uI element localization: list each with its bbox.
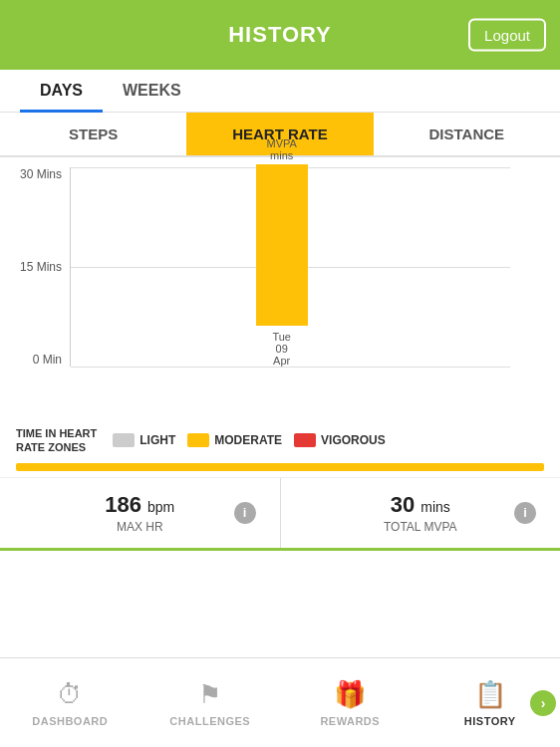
legend-vigorous: VIGOROUS xyxy=(294,433,386,447)
y-label-30: 30 Mins xyxy=(20,167,62,181)
nav-dashboard-label: DASHBOARD xyxy=(32,715,108,727)
legend-items: LIGHT MODERATE VIGOROUS xyxy=(113,433,544,447)
grid-line-bottom xyxy=(71,367,510,368)
legend-moderate: MODERATE xyxy=(187,433,282,447)
chart-inner: MVPA mins Tue 09 Apr xyxy=(70,167,510,367)
y-axis: 30 Mins 15 Mins 0 Min xyxy=(0,167,70,367)
vigorous-label: VIGOROUS xyxy=(321,433,386,447)
moderate-dot xyxy=(187,433,209,447)
stats-row: 186 bpm MAX HR i 30 mins TOTAL MVPA i xyxy=(0,478,560,551)
y-label-15: 15 Mins xyxy=(20,260,62,274)
tab-weeks[interactable]: WEEKS xyxy=(103,70,201,112)
legend-section: TIME IN HEARTRATE ZONES LIGHT MODERATE V… xyxy=(0,416,560,478)
light-label: LIGHT xyxy=(140,433,175,447)
tab-distance[interactable]: DISTANCE xyxy=(374,113,560,155)
stat-total-mvpa: 30 mins TOTAL MVPA i xyxy=(281,478,561,548)
vigorous-dot xyxy=(294,433,316,447)
max-hr-value: 186 bpm xyxy=(10,492,270,518)
total-mvpa-info-icon[interactable]: i xyxy=(514,502,536,524)
header: HISTORY Logout xyxy=(0,0,560,70)
challenges-icon: ⚑ xyxy=(198,679,221,710)
total-mvpa-value: 30 mins xyxy=(291,492,551,518)
legend-main-label: TIME IN HEARTRATE ZONES xyxy=(16,426,97,455)
period-tabs: DAYS WEEKS xyxy=(0,70,560,113)
nav-history-label: HISTORY xyxy=(464,715,516,727)
nav-challenges[interactable]: ⚑ CHALLENGES xyxy=(140,658,281,747)
history-icon: 📋 xyxy=(474,679,506,710)
max-hr-label: MAX HR xyxy=(10,520,270,534)
legend-progress-bar xyxy=(16,463,544,471)
nav-rewards[interactable]: 🎁 REWARDS xyxy=(280,658,420,747)
stat-max-hr: 186 bpm MAX HR i xyxy=(0,478,281,548)
nav-arrow-icon: › xyxy=(530,690,556,716)
logout-button[interactable]: Logout xyxy=(468,19,546,52)
light-dot xyxy=(113,433,135,447)
mvpa-label: MVPA mins xyxy=(266,137,296,161)
bar-container: MVPA mins Tue 09 Apr xyxy=(256,137,308,367)
nav-challenges-label: CHALLENGES xyxy=(169,715,250,727)
dashboard-icon: ⏱ xyxy=(57,679,83,710)
tab-days[interactable]: DAYS xyxy=(20,70,103,112)
total-mvpa-label: TOTAL MVPA xyxy=(291,520,551,534)
moderate-label: MODERATE xyxy=(214,433,282,447)
chart-area: 30 Mins 15 Mins 0 Min MVPA mins Tue 09 A… xyxy=(0,157,560,416)
nav-dashboard[interactable]: ⏱ DASHBOARD xyxy=(0,658,140,747)
tab-steps[interactable]: STEPS xyxy=(0,113,186,155)
legend-light: LIGHT xyxy=(113,433,175,447)
chart-bar xyxy=(256,164,308,326)
nav-history[interactable]: 📋 HISTORY › xyxy=(420,658,561,747)
y-label-0: 0 Min xyxy=(33,353,62,367)
rewards-icon: 🎁 xyxy=(334,679,366,710)
nav-rewards-label: REWARDS xyxy=(320,715,380,727)
bottom-nav: ⏱ DASHBOARD ⚑ CHALLENGES 🎁 REWARDS 📋 HIS… xyxy=(0,657,560,747)
legend-top: TIME IN HEARTRATE ZONES LIGHT MODERATE V… xyxy=(16,426,544,455)
page-title: HISTORY xyxy=(228,22,332,48)
max-hr-info-icon[interactable]: i xyxy=(234,502,256,524)
x-label: Tue 09 Apr xyxy=(272,331,291,367)
